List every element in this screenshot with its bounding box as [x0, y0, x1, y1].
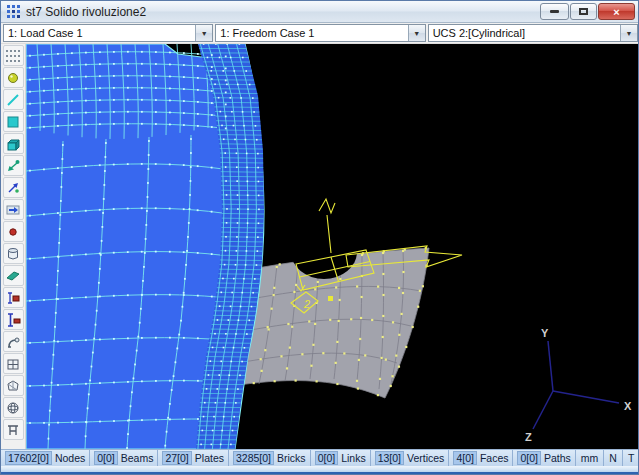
face-arrow-icon: [5, 202, 21, 218]
grid-cell-icon: [5, 356, 21, 372]
grid-cell-button[interactable]: [3, 353, 24, 374]
axis-z-label: Z: [525, 431, 532, 443]
chevron-down-icon[interactable]: ▼: [620, 25, 637, 41]
brick-button[interactable]: [3, 133, 24, 154]
status-plates: 27[0]Plates: [158, 450, 229, 466]
window-title: st7 Solido rivoluzione2: [26, 5, 146, 19]
frame-icon: [5, 422, 21, 438]
case-toolbar: 1: Load Case 1 ▼ 1: Freedom Case 1 ▼ UCS…: [1, 23, 639, 44]
status-vertices: 13[0]Vertices: [371, 450, 450, 466]
frame-button[interactable]: [3, 419, 24, 440]
chevron-down-icon[interactable]: ▼: [408, 25, 425, 41]
pipe-bend-button[interactable]: [3, 331, 24, 352]
status-links: 0[0]Links: [311, 450, 371, 466]
status-bricks: 3285[0]Bricks: [229, 450, 311, 466]
freedom-case-value: 1: Freedom Case 1: [216, 27, 407, 39]
freedom-case-select[interactable]: 1: Freedom Case 1 ▼: [215, 24, 425, 42]
beam-section-icon: [5, 290, 21, 306]
node-button[interactable]: [3, 67, 24, 88]
cylinder-icon: [5, 246, 21, 262]
maximize-button[interactable]: [570, 3, 597, 20]
entity-toolbar: [1, 44, 26, 449]
app-logo-icon: [6, 4, 21, 19]
beam-icon: [5, 92, 21, 108]
axis-x-label: X: [624, 400, 632, 412]
load-case-value: 1: Load Case 1: [4, 27, 195, 39]
cylinder-button[interactable]: [3, 243, 24, 264]
vertex-arrow-icon: [5, 180, 21, 196]
chevron-down-icon[interactable]: ▼: [195, 25, 212, 41]
close-icon: ×: [613, 6, 619, 18]
wire-pentagon-icon: [5, 378, 21, 394]
status-nodes: 17602[0]Nodes: [1, 450, 90, 466]
model-view-canvas[interactable]: 2 Y X Z: [26, 44, 638, 449]
status-unit-force: N: [604, 450, 623, 466]
status-unit-mass: T: [623, 450, 639, 466]
beam-button[interactable]: [3, 89, 24, 110]
axis-y-label: Y: [541, 327, 549, 339]
point-button[interactable]: [3, 221, 24, 242]
window-bottom-border: [1, 466, 639, 475]
beam-section-alt-button[interactable]: [3, 309, 24, 330]
axis-triad: Y X Z: [525, 327, 632, 443]
beam-section-alt-icon: [5, 312, 21, 328]
wire-sphere-button[interactable]: [3, 397, 24, 418]
point-icon: [5, 224, 21, 240]
status-paths: 0[0]Paths: [513, 450, 575, 466]
face-arrow-button[interactable]: [3, 199, 24, 220]
status-beams: 0[0]Beams: [90, 450, 158, 466]
marker-label: 2: [303, 298, 310, 310]
model-viewport[interactable]: 2 Y X Z: [26, 44, 638, 449]
pipe-bend-icon: [5, 334, 21, 350]
node-icon: [5, 70, 21, 86]
load-case-select[interactable]: 1: Load Case 1 ▼: [3, 24, 213, 42]
link-arrow-button[interactable]: [3, 155, 24, 176]
strand7-window: st7 Solido rivoluzione2 × 1: Load Case 1…: [0, 0, 639, 475]
title-bar[interactable]: st7 Solido rivoluzione2 ×: [1, 1, 639, 23]
brick-icon: [5, 136, 21, 152]
wire-pentagon-button[interactable]: [3, 375, 24, 396]
ucs-value: UCS 2:[Cylindrical]: [429, 27, 620, 39]
plate-icon: [5, 114, 21, 130]
status-faces: 4[0]Faces: [449, 450, 513, 466]
status-bar: 17602[0]Nodes 0[0]Beams 27[0]Plates 3285…: [1, 449, 639, 466]
link-arrow-icon: [5, 158, 21, 174]
minimize-icon: [550, 10, 559, 13]
plate-button[interactable]: [3, 111, 24, 132]
close-button[interactable]: ×: [598, 3, 635, 20]
wire-sphere-icon: [5, 400, 21, 416]
ucs-select[interactable]: UCS 2:[Cylindrical] ▼: [428, 24, 638, 42]
plate-hole: [291, 225, 357, 279]
patch-icon: [5, 268, 21, 284]
beam-section-button[interactable]: [3, 287, 24, 308]
patch-button[interactable]: [3, 265, 24, 286]
dot-grid-icon: [5, 48, 21, 64]
status-unit-length: mm: [576, 450, 605, 466]
brick-mesh-solid[interactable]: [26, 44, 264, 449]
maximize-icon: [579, 8, 588, 15]
dot-grid-button[interactable]: [3, 45, 24, 66]
minimize-button[interactable]: [540, 3, 569, 20]
vertex-arrow-button[interactable]: [3, 177, 24, 198]
